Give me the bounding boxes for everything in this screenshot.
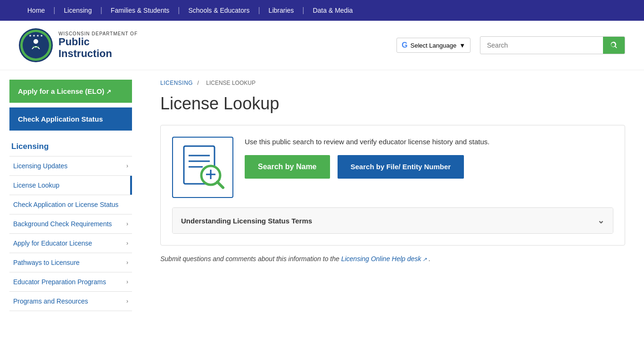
lookup-icon: [172, 137, 233, 198]
logo-svg: ★ ★ ★ ★: [20, 29, 52, 61]
lookup-buttons: Search by Name Search by File/ Entity Nu…: [245, 155, 489, 179]
sidebar-check-app-status[interactable]: Check Application or License Status: [9, 195, 132, 214]
sidebar-item-programs-resources[interactable]: Programs and Resources ›: [9, 292, 132, 311]
submit-note: Submit questions and comments about this…: [160, 255, 625, 263]
site-header: ★ ★ ★ ★ WISCONSIN DEPARTMENT OF Public I…: [0, 21, 644, 70]
apply-license-elo-button[interactable]: Apply for a License (ELO): [9, 80, 132, 103]
lookup-document-icon: [177, 141, 229, 193]
search-by-name-button[interactable]: Search by Name: [245, 155, 330, 179]
search-bar: [480, 36, 625, 54]
sidebar-item-pathways[interactable]: Pathways to Licensure ›: [9, 253, 132, 272]
sidebar-apply-educator[interactable]: Apply for Educator License ›: [9, 233, 132, 253]
dept-large: Public Instruction: [58, 36, 138, 59]
sidebar-item-licensing-updates[interactable]: Licensing Updates ›: [9, 156, 132, 175]
sidebar: Apply for a License (ELO) Check Applicat…: [0, 70, 141, 311]
sidebar-background-check[interactable]: Background Check Requirements ›: [9, 214, 132, 233]
nav-home[interactable]: Home: [19, 0, 53, 21]
nav-sep-1: |: [53, 6, 55, 15]
sidebar-educator-prep[interactable]: Educator Preparation Programs ›: [9, 272, 132, 291]
accordion-label: Understanding Licensing Status Terms: [181, 217, 312, 225]
sidebar-item-educator-prep[interactable]: Educator Preparation Programs ›: [9, 272, 132, 291]
translate-button[interactable]: G Select Language ▼: [396, 38, 471, 53]
svg-point-3: [33, 39, 38, 44]
accordion-header[interactable]: Understanding Licensing Status Terms ⌄: [173, 208, 613, 233]
chevron-icon: ›: [126, 240, 128, 247]
lookup-card: Use this public search to review and ver…: [160, 125, 625, 246]
nav-families[interactable]: Families & Students: [102, 0, 178, 21]
chevron-icon: ›: [126, 221, 128, 227]
chevron-icon: ›: [126, 163, 128, 169]
lookup-top: Use this public search to review and ver…: [172, 137, 613, 198]
logo-area: ★ ★ ★ ★ WISCONSIN DEPARTMENT OF Public I…: [19, 28, 138, 62]
translate-dropdown-icon: ▼: [459, 42, 465, 49]
lookup-description: Use this public search to review and ver…: [245, 137, 489, 148]
nav-data[interactable]: Data & Media: [304, 0, 361, 21]
content-area: Apply for a License (ELO) Check Applicat…: [0, 70, 644, 311]
lookup-right: Use this public search to review and ver…: [245, 137, 489, 179]
translate-label: Select Language: [411, 42, 457, 49]
sidebar-licensing-updates[interactable]: Licensing Updates ›: [9, 156, 132, 175]
submit-note-post: .: [429, 255, 430, 263]
nav-schools[interactable]: Schools & Educators: [180, 0, 258, 21]
breadcrumb-current: LICENSE LOOKUP: [206, 80, 256, 86]
nav-sep-2: |: [100, 6, 102, 15]
sidebar-item-license-lookup[interactable]: License Lookup: [9, 176, 132, 195]
top-navigation: Home | Licensing | Families & Students |…: [0, 0, 644, 21]
svg-line-9: [217, 182, 223, 188]
nav-licensing[interactable]: Licensing: [56, 0, 100, 21]
search-button[interactable]: [603, 37, 625, 54]
breadcrumb-parent[interactable]: LICENSING: [160, 80, 193, 86]
main-content: LICENSING / LICENSE LOOKUP License Looku…: [141, 70, 644, 311]
chevron-icon: ›: [126, 298, 128, 304]
nav-sep-3: |: [178, 6, 180, 15]
breadcrumb: LICENSING / LICENSE LOOKUP: [160, 80, 625, 86]
page-title: License Lookup: [160, 94, 625, 114]
sidebar-section-title: Licensing: [9, 135, 141, 156]
sidebar-item-apply-educator[interactable]: Apply for Educator License ›: [9, 234, 132, 253]
sidebar-item-check-app-status[interactable]: Check Application or License Status: [9, 195, 132, 214]
svg-text:★ ★ ★ ★: ★ ★ ★ ★: [29, 34, 43, 37]
nav-sep-4: |: [258, 6, 260, 15]
logo-circle: ★ ★ ★ ★: [19, 28, 53, 62]
sidebar-programs-resources[interactable]: Programs and Resources ›: [9, 291, 132, 311]
search-by-file-button[interactable]: Search by File/ Entity Number: [338, 155, 464, 179]
sidebar-menu: Licensing Updates › License Lookup Check…: [9, 156, 132, 311]
submit-note-pre: Submit questions and comments about this…: [160, 255, 341, 263]
help-desk-link[interactable]: Licensing Online Help desk: [341, 255, 427, 263]
nav-libraries[interactable]: Libraries: [260, 0, 303, 21]
header-right: G Select Language ▼: [396, 36, 625, 54]
chevron-icon: ›: [126, 259, 128, 266]
accordion-chevron-icon: ⌄: [597, 215, 604, 226]
breadcrumb-separator: /: [198, 80, 199, 86]
search-icon: [610, 41, 618, 49]
nav-sep-5: |: [302, 6, 304, 15]
logo-text: WISCONSIN DEPARTMENT OF Public Instructi…: [58, 31, 138, 59]
sidebar-pathways[interactable]: Pathways to Licensure ›: [9, 253, 132, 272]
search-input[interactable]: [480, 38, 603, 53]
chevron-icon: ›: [126, 279, 128, 285]
sidebar-license-lookup[interactable]: License Lookup: [9, 175, 132, 195]
google-g-icon: G: [402, 41, 407, 49]
check-application-status-button[interactable]: Check Application Status: [9, 107, 132, 131]
accordion-licensing-terms: Understanding Licensing Status Terms ⌄: [172, 207, 613, 234]
sidebar-item-background-check[interactable]: Background Check Requirements ›: [9, 214, 132, 233]
